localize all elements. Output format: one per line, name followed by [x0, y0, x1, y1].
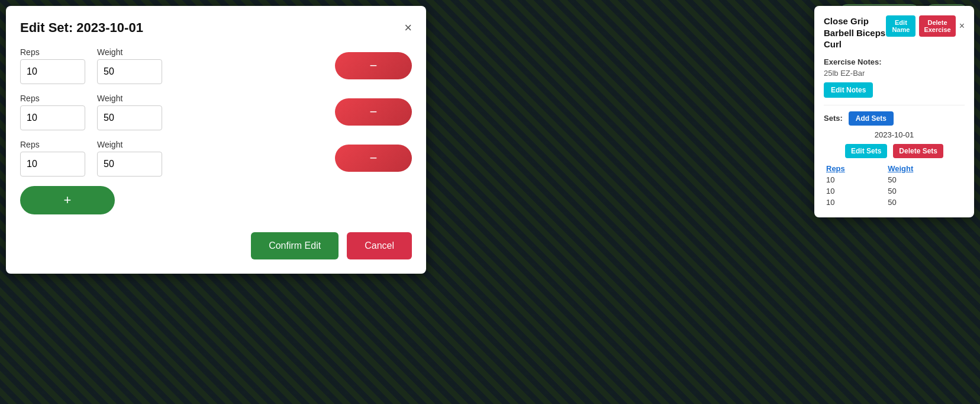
edit-dialog: Edit Set: 2023-10-01 × Reps Weight − Rep…: [6, 6, 426, 274]
dialog-title: Edit Set: 2023-10-01: [20, 20, 143, 36]
add-set-button[interactable]: +: [20, 186, 115, 214]
remove-set-button-2[interactable]: −: [335, 98, 412, 126]
weight-input-3[interactable]: [97, 152, 162, 177]
edit-notes-button[interactable]: Edit Notes: [824, 82, 873, 98]
weight-column-header: Weight: [885, 163, 965, 174]
plus-icon: +: [64, 193, 72, 208]
add-sets-button[interactable]: Add Sets: [849, 111, 894, 126]
set-row-2: Reps Weight −: [20, 94, 412, 130]
dialog-header: Edit Set: 2023-10-01 ×: [20, 20, 412, 36]
table-row: 1050: [824, 185, 965, 197]
weight-label-1: Weight: [97, 47, 162, 57]
reps-input-2[interactable]: [20, 105, 85, 130]
panel-title: Close Grip Barbell Biceps Curl: [824, 15, 886, 50]
reps-field-group-1: Reps: [20, 47, 85, 84]
weight-label-3: Weight: [97, 140, 162, 149]
remove-set-button-3[interactable]: −: [335, 145, 412, 172]
delete-exercise-button[interactable]: Delete Exercise: [919, 15, 955, 37]
reps-field-group-3: Reps: [20, 140, 85, 177]
panel-header: Close Grip Barbell Biceps Curl Edit Name…: [824, 15, 965, 50]
minus-icon-2: −: [370, 104, 378, 120]
panel-close-button[interactable]: ×: [959, 21, 965, 31]
close-dialog-button[interactable]: ×: [404, 21, 412, 34]
minus-icon-3: −: [370, 150, 378, 166]
table-header-row: Reps Weight: [824, 163, 965, 174]
edit-sets-button[interactable]: Edit Sets: [845, 144, 887, 158]
reps-field-group-2: Reps: [20, 94, 85, 130]
set-row-1: Reps Weight −: [20, 47, 412, 84]
reps-label-1: Reps: [20, 47, 85, 57]
set-actions: Edit Sets Delete Sets: [824, 144, 965, 158]
table-row: 1050: [824, 174, 965, 185]
cancel-button[interactable]: Cancel: [347, 232, 412, 259]
exercise-notes-label: Exercise Notes:: [824, 57, 965, 66]
weight-label-2: Weight: [97, 94, 162, 103]
weight-field-group-2: Weight: [97, 94, 162, 130]
sets-table: Reps Weight 105010501050: [824, 163, 965, 208]
reps-label-3: Reps: [20, 140, 85, 149]
delete-sets-button[interactable]: Delete Sets: [893, 144, 943, 158]
weight-input-2[interactable]: [97, 105, 162, 130]
sets-header: Sets: Add Sets: [824, 111, 965, 126]
reps-column-header: Reps: [824, 163, 885, 174]
weight-field-group-1: Weight: [97, 47, 162, 84]
edit-name-button[interactable]: Edit Name: [886, 15, 915, 37]
date-label: 2023-10-01: [824, 130, 965, 139]
panel-header-buttons: Edit Name Delete Exercise ×: [886, 15, 965, 37]
table-row: 1050: [824, 197, 965, 208]
minus-icon-1: −: [370, 58, 378, 73]
confirm-edit-button[interactable]: Confirm Edit: [251, 232, 339, 259]
reps-input-1[interactable]: [20, 59, 85, 84]
reps-input-3[interactable]: [20, 152, 85, 177]
reps-label-2: Reps: [20, 94, 85, 103]
remove-set-button-1[interactable]: −: [335, 52, 412, 79]
weight-field-group-3: Weight: [97, 140, 162, 177]
right-panel: Close Grip Barbell Biceps Curl Edit Name…: [814, 6, 974, 217]
weight-input-1[interactable]: [97, 59, 162, 84]
sets-section: Sets: Add Sets 2023-10-01 Edit Sets Dele…: [824, 105, 965, 208]
dialog-footer: Confirm Edit Cancel: [20, 232, 412, 259]
sets-label: Sets:: [824, 114, 843, 123]
exercise-notes-value: 25lb EZ-Bar: [824, 69, 965, 78]
set-row-3: Reps Weight −: [20, 140, 412, 177]
